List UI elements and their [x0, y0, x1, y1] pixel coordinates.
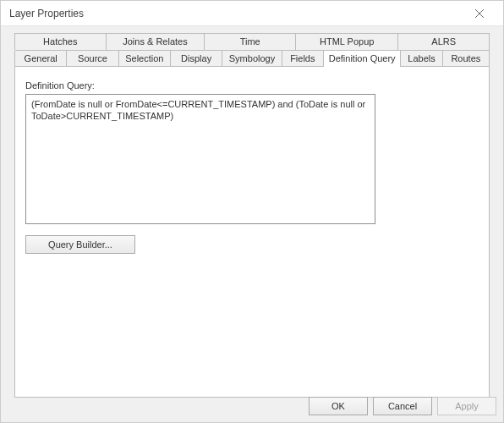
tab-display[interactable]: Display: [170, 50, 222, 67]
close-icon: [475, 9, 484, 18]
tab-joins-relates[interactable]: Joins & Relates: [106, 33, 205, 50]
tab-selection[interactable]: Selection: [118, 50, 171, 67]
definition-query-label: Definition Query:: [25, 80, 479, 91]
apply-button[interactable]: Apply: [437, 397, 496, 415]
tab-symbology[interactable]: Symbology: [222, 50, 282, 67]
tab-definition-query[interactable]: Definition Query: [323, 50, 401, 67]
tab-source[interactable]: Source: [66, 50, 118, 67]
definition-query-input[interactable]: [25, 94, 375, 224]
tab-row-bottom: General Source Selection Display Symbolo…: [14, 50, 490, 67]
dialog-button-bar: OK Cancel Apply: [309, 397, 496, 415]
close-button[interactable]: [463, 2, 496, 25]
tabs: Hatches Joins & Relates Time HTML Popup …: [14, 33, 490, 67]
tab-html-popup[interactable]: HTML Popup: [295, 33, 398, 50]
tab-row-top: Hatches Joins & Relates Time HTML Popup …: [14, 33, 490, 50]
tab-routes[interactable]: Routes: [442, 50, 490, 67]
tab-time[interactable]: Time: [204, 33, 296, 50]
titlebar: Layer Properties: [1, 1, 503, 26]
window-title: Layer Properties: [9, 8, 84, 19]
cancel-button[interactable]: Cancel: [373, 397, 432, 415]
tab-general[interactable]: General: [14, 50, 67, 67]
tab-panel: Definition Query: Query Builder...: [14, 66, 490, 398]
ok-button[interactable]: OK: [309, 397, 368, 415]
tab-fields[interactable]: Fields: [282, 50, 324, 67]
dialog-content: Hatches Joins & Relates Time HTML Popup …: [1, 26, 503, 422]
tab-alrs[interactable]: ALRS: [397, 33, 490, 50]
query-builder-button[interactable]: Query Builder...: [25, 235, 135, 254]
tab-hatches[interactable]: Hatches: [14, 33, 107, 50]
tab-labels[interactable]: Labels: [400, 50, 442, 67]
